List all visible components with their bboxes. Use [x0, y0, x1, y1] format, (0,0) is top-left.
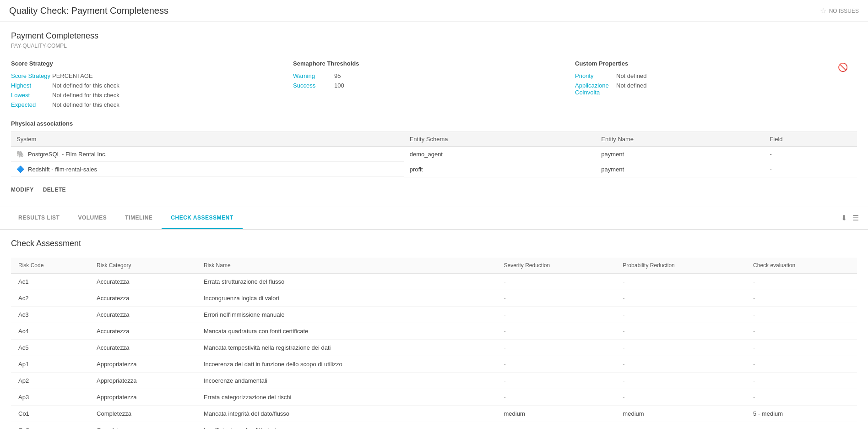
- assessment-cell-1: Appropriatezza: [89, 372, 196, 389]
- page-header: Quality Check: Payment Completeness ☆ NO…: [0, 0, 868, 22]
- postgresql-icon: 🐘: [16, 150, 24, 158]
- custom-properties-title: Custom Properties: [575, 60, 857, 67]
- tab-check-assessment[interactable]: CHECK ASSESSMENT: [162, 207, 242, 229]
- tab-timeline[interactable]: TIMELINE: [116, 207, 162, 229]
- tabs-actions: ⬇ ☰: [841, 214, 859, 222]
- score-strategy-title: Score Strategy: [11, 60, 293, 67]
- check-assessment-table: Risk CodeRisk CategoryRisk NameSeverity …: [11, 258, 857, 429]
- expected-label[interactable]: Expected: [11, 101, 52, 108]
- assessment-cell-0: Ap3: [11, 389, 89, 405]
- physical-associations-title: Physical associations: [11, 120, 857, 127]
- star-icon[interactable]: ☆: [820, 6, 826, 15]
- field-cell: -: [764, 147, 857, 162]
- assessment-row: Ac1AccuratezzaErrata strutturazione del …: [11, 273, 857, 290]
- assessment-row: Ac5AccuratezzaMancata tempestività nella…: [11, 339, 857, 356]
- highest-label[interactable]: Highest: [11, 82, 52, 89]
- filter-icon[interactable]: ☰: [852, 214, 859, 222]
- assessment-cell-2: Errata strutturazione del flusso: [196, 273, 497, 290]
- assessment-cell-4: -: [615, 323, 746, 339]
- schema-cell: demo_agent: [404, 147, 596, 162]
- assessment-cell-3: -: [497, 306, 616, 323]
- lowest-label[interactable]: Lowest: [11, 92, 52, 99]
- assessment-cell-3: -: [497, 323, 616, 339]
- priority-row: Priority Not defined: [575, 72, 857, 79]
- tab-volumes[interactable]: VOLUMES: [69, 207, 116, 229]
- check-assessment-section: Check Assessment Risk CodeRisk CategoryR…: [0, 230, 868, 429]
- score-strategy-value: PERCENTAGE: [52, 72, 93, 79]
- info-grid: Score Strategy Score Strategy PERCENTAGE…: [11, 60, 857, 111]
- assessment-cell-0: Ac3: [11, 306, 89, 323]
- assessment-cell-5: -: [746, 422, 857, 429]
- assessment-cell-3: -: [497, 356, 616, 372]
- success-value: 100: [334, 82, 344, 89]
- assessment-cell-5: -: [746, 273, 857, 290]
- assessment-cell-2: Incoerenze andamentali: [196, 372, 497, 389]
- tabs-bar: RESULTS LISTVOLUMESTIMELINECHECK ASSESSM…: [0, 207, 868, 230]
- assessment-cell-2: Mancata tempestività nella registrazione…: [196, 339, 497, 356]
- semaphore-section: Semaphore Thresholds Warning 95 Success …: [293, 60, 575, 111]
- score-strategy-label[interactable]: Score Strategy: [11, 72, 52, 79]
- assessment-cell-0: Co2: [11, 422, 89, 429]
- assessment-cell-3: -: [497, 372, 616, 389]
- check-assessment-title: Check Assessment: [11, 239, 857, 248]
- assessment-col-header: Check evaluation: [746, 258, 857, 274]
- applicazione-value: Not defined: [616, 82, 647, 89]
- assessment-cell-5: -: [746, 389, 857, 405]
- physical-associations-section: Physical associations System Entity Sche…: [11, 120, 857, 177]
- col-field: Field: [764, 132, 857, 147]
- assessment-cell-2: Errata categorizzazione dei rischi: [196, 389, 497, 405]
- no-issues-badge: ☆ NO ISSUES: [820, 6, 859, 15]
- highest-row: Highest Not defined for this check: [11, 82, 293, 89]
- main-content: Payment Completeness PAY-QUALITY-COMPL 🚫…: [0, 22, 868, 207]
- action-bar: MODIFY DELETE: [11, 187, 857, 198]
- assessment-cell-0: Ac4: [11, 323, 89, 339]
- score-strategy-row: Score Strategy PERCENTAGE: [11, 72, 293, 79]
- assessment-cell-2: Incongruenza logica di valori: [196, 290, 497, 306]
- assessment-cell-4: -: [615, 422, 746, 429]
- assessment-cell-1: Appropriatezza: [89, 356, 196, 372]
- assessment-cell-2: Mancata quadratura con fonti certificate: [196, 323, 497, 339]
- assessment-cell-1: Accuratezza: [89, 306, 196, 323]
- warning-label[interactable]: Warning: [293, 72, 334, 79]
- system-cell: 🐘PostgreSQL - Film Rental Inc.: [11, 147, 404, 162]
- priority-value: Not defined: [616, 72, 647, 79]
- assessment-cell-0: Co1: [11, 405, 89, 422]
- tabs-list: RESULTS LISTVOLUMESTIMELINECHECK ASSESSM…: [9, 207, 243, 229]
- page-title: Quality Check: Payment Completeness: [9, 6, 168, 16]
- redshift-icon: 🔷: [16, 165, 24, 173]
- assessment-cell-0: Ap1: [11, 356, 89, 372]
- assessment-cell-4: -: [615, 389, 746, 405]
- col-entity-name: Entity Name: [596, 132, 764, 147]
- assessment-cell-5: -: [746, 290, 857, 306]
- assessment-row: Ac4AccuratezzaMancata quadratura con fon…: [11, 323, 857, 339]
- assessment-col-header: Risk Category: [89, 258, 196, 274]
- assessment-row: Ap3AppropriatezzaErrata categorizzazione…: [11, 389, 857, 405]
- modify-button[interactable]: MODIFY: [11, 187, 34, 193]
- applicazione-label[interactable]: Applicazione Coinvolta: [575, 82, 616, 96]
- visibility-toggle-icon[interactable]: 🚫: [838, 62, 848, 72]
- col-entity-schema: Entity Schema: [404, 132, 596, 147]
- col-system: System: [11, 132, 404, 147]
- assessment-cell-1: Completezza: [89, 422, 196, 429]
- entity-cell: payment: [596, 147, 764, 162]
- delete-button[interactable]: DELETE: [43, 187, 66, 193]
- highest-value: Not defined for this check: [52, 82, 119, 89]
- assessment-cell-3: -: [497, 339, 616, 356]
- expected-value: Not defined for this check: [52, 101, 119, 108]
- applicazione-row: Applicazione Coinvolta Not defined: [575, 82, 857, 96]
- assessment-cell-4: -: [615, 356, 746, 372]
- assessment-cell-1: Accuratezza: [89, 273, 196, 290]
- system-cell: 🔷Redshift - film-rental-sales: [11, 162, 404, 177]
- assessment-cell-5: -: [746, 356, 857, 372]
- tab-results-list[interactable]: RESULTS LIST: [9, 207, 69, 229]
- assessment-cell-3: -: [497, 273, 616, 290]
- physical-associations-table: System Entity Schema Entity Name Field 🐘…: [11, 132, 857, 177]
- assessment-cell-2: Mancata integrità del dato/flusso: [196, 405, 497, 422]
- priority-label[interactable]: Priority: [575, 72, 616, 79]
- assessment-cell-1: Accuratezza: [89, 323, 196, 339]
- assessment-cell-5: -: [746, 339, 857, 356]
- success-label[interactable]: Success: [293, 82, 334, 89]
- assessment-row: Ac3AccuratezzaErrori nell'immissione man…: [11, 306, 857, 323]
- download-icon[interactable]: ⬇: [841, 214, 847, 222]
- lowest-value: Not defined for this check: [52, 92, 119, 99]
